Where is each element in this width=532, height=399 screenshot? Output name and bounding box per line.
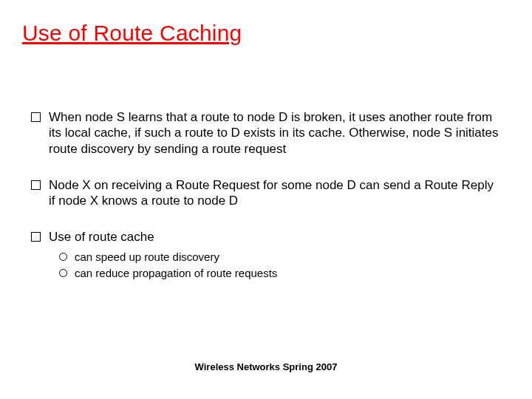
bullet-text: Use of route cache	[49, 229, 154, 245]
square-bullet-icon	[31, 112, 41, 122]
sub-bullet-text: can reduce propagation of route requests	[75, 266, 277, 281]
bullet-text: Node X on receiving a Route Request for …	[49, 177, 502, 209]
square-bullet-icon	[31, 232, 41, 242]
circle-bullet-icon	[59, 269, 67, 277]
sub-bullet-item: can speed up route discovery	[59, 250, 502, 265]
sub-bullet-item: can reduce propagation of route requests	[59, 266, 502, 281]
bullet-item: When node S learns that a route to node …	[31, 109, 502, 157]
slide-footer: Wireless Networks Spring 2007	[0, 361, 532, 372]
bullet-text: When node S learns that a route to node …	[49, 109, 502, 157]
slide-title: Use of Route Caching	[22, 21, 242, 46]
bullet-item: Use of route cache	[31, 229, 502, 245]
sub-bullet-text: can speed up route discovery	[75, 250, 219, 265]
bullet-item: Node X on receiving a Route Request for …	[31, 177, 502, 209]
slide: Use of Route Caching When node S learns …	[0, 0, 532, 399]
sub-bullet-list: can speed up route discovery can reduce …	[59, 250, 502, 282]
square-bullet-icon	[31, 180, 41, 190]
slide-body: When node S learns that a route to node …	[31, 109, 502, 282]
circle-bullet-icon	[59, 253, 67, 261]
